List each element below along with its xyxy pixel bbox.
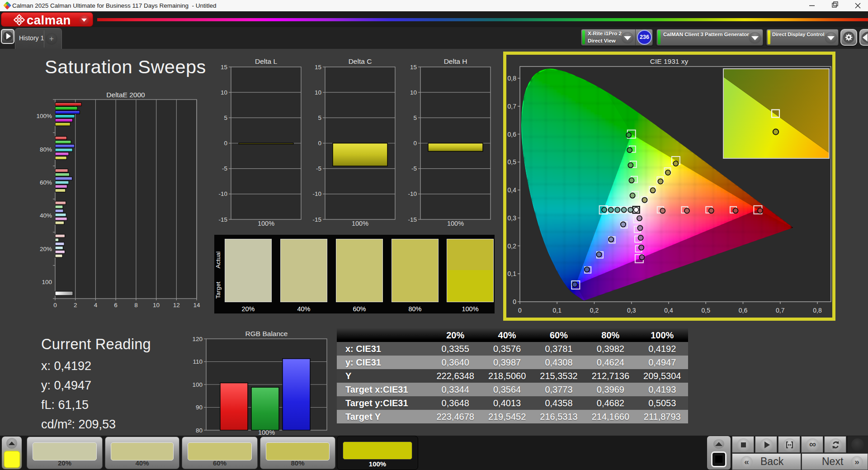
svg-text:-15: -15 — [218, 216, 227, 223]
svg-text:0: 0 — [224, 140, 227, 147]
svg-text:RGB Balance: RGB Balance — [245, 330, 288, 337]
svg-text:-5: -5 — [222, 165, 227, 172]
svg-text:-10: -10 — [218, 190, 227, 197]
svg-text:40%: 40% — [40, 212, 52, 219]
svg-text:0: 0 — [413, 140, 417, 147]
svg-text:-10: -10 — [408, 190, 417, 197]
svg-text:8: 8 — [134, 302, 138, 309]
svg-text:15: 15 — [315, 64, 321, 71]
svg-text:10: 10 — [153, 302, 160, 309]
svg-text:100%: 100% — [352, 220, 368, 227]
svg-text:-10: -10 — [312, 190, 321, 197]
svg-text:90: 90 — [196, 404, 203, 411]
svg-text:0,3: 0,3 — [508, 214, 517, 222]
svg-text:-15: -15 — [408, 216, 417, 223]
svg-text:0,8: 0,8 — [813, 307, 822, 314]
svg-text:-15: -15 — [312, 216, 321, 223]
svg-text:15: 15 — [410, 64, 417, 71]
svg-text:6: 6 — [114, 302, 118, 309]
svg-text:2: 2 — [74, 302, 77, 309]
svg-text:14: 14 — [193, 302, 200, 309]
svg-text:DeltaE 2000: DeltaE 2000 — [106, 91, 145, 99]
svg-text:0: 0 — [318, 140, 321, 147]
svg-text:0: 0 — [53, 302, 57, 309]
svg-text:80%: 80% — [40, 146, 52, 153]
svg-text:100%: 100% — [258, 429, 275, 436]
svg-text:5: 5 — [413, 114, 417, 121]
svg-text:100%: 100% — [36, 113, 52, 119]
svg-text:0,8: 0,8 — [508, 75, 517, 82]
svg-text:Delta C: Delta C — [349, 57, 372, 65]
svg-text:0,6: 0,6 — [508, 131, 517, 138]
svg-text:4: 4 — [94, 302, 98, 309]
svg-text:Delta H: Delta H — [444, 57, 467, 65]
svg-text:0,6: 0,6 — [739, 307, 748, 314]
svg-text:-5: -5 — [411, 165, 417, 172]
svg-text:5: 5 — [224, 114, 227, 121]
svg-text:80: 80 — [196, 427, 203, 434]
svg-text:0,1: 0,1 — [508, 270, 517, 277]
svg-text:60%: 60% — [40, 179, 52, 186]
svg-text:15: 15 — [221, 64, 227, 71]
svg-text:0,5: 0,5 — [701, 307, 710, 314]
svg-text:0,4: 0,4 — [664, 307, 673, 314]
svg-text:0,2: 0,2 — [590, 307, 599, 314]
svg-text:10: 10 — [315, 89, 321, 96]
svg-text:0,5: 0,5 — [508, 158, 517, 166]
svg-text:0,7: 0,7 — [776, 307, 785, 314]
svg-text:100%: 100% — [258, 220, 274, 227]
svg-text:10: 10 — [221, 89, 227, 96]
svg-text:100%: 100% — [447, 220, 464, 227]
svg-text:20%: 20% — [40, 246, 52, 252]
svg-text:10: 10 — [410, 89, 417, 96]
svg-text:120: 120 — [192, 336, 203, 342]
svg-text:12: 12 — [173, 302, 180, 309]
svg-text:0,1: 0,1 — [552, 307, 561, 314]
svg-text:0,4: 0,4 — [508, 186, 517, 194]
svg-text:CIE 1931 xy: CIE 1931 xy — [650, 57, 689, 65]
svg-text:100: 100 — [42, 279, 52, 285]
svg-text:0: 0 — [518, 307, 522, 314]
svg-text:Delta L: Delta L — [255, 57, 277, 65]
svg-text:0,2: 0,2 — [508, 242, 517, 250]
svg-text:0,3: 0,3 — [627, 307, 636, 314]
svg-text:0,7: 0,7 — [508, 103, 517, 110]
svg-text:-5: -5 — [316, 165, 321, 172]
svg-text:110: 110 — [193, 358, 203, 365]
svg-text:0: 0 — [513, 298, 516, 305]
svg-text:5: 5 — [318, 114, 321, 121]
svg-text:100: 100 — [192, 381, 203, 388]
